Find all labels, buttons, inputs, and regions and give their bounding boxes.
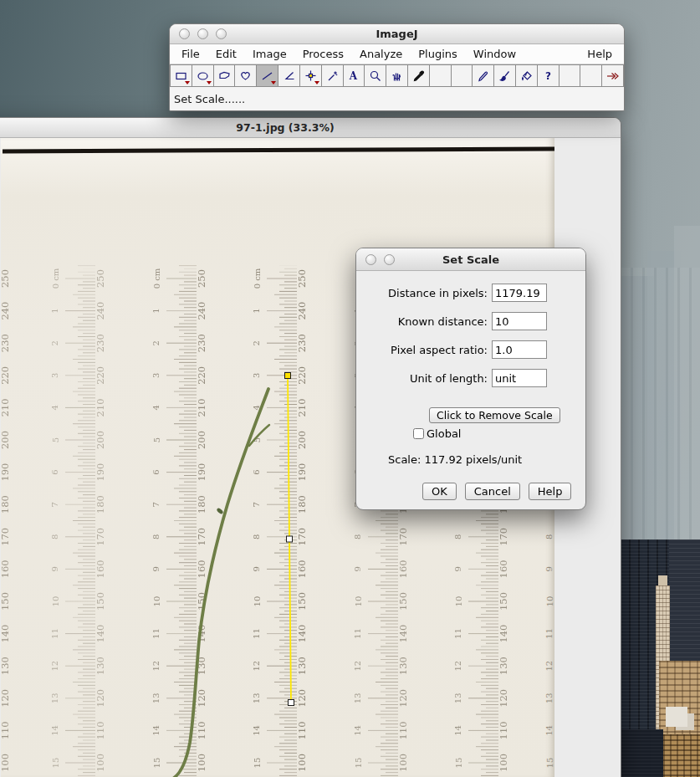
roi-handle-top[interactable] xyxy=(285,373,291,379)
menu-analyze[interactable]: Analyze xyxy=(360,48,402,60)
menubar: FileEditImageProcessAnalyzePluginsWindow… xyxy=(170,44,624,64)
ok-button[interactable]: OK xyxy=(422,483,457,500)
pixel-aspect-ratio-label: Pixel aspect ratio: xyxy=(391,344,488,356)
menu-file[interactable]: File xyxy=(181,48,200,60)
hand-tool[interactable] xyxy=(386,64,408,87)
desktop: 97-1.jpg (33.3%) 0 cm2501240223032204210… xyxy=(0,0,700,777)
status-text: Set Scale...... xyxy=(174,93,245,105)
imagej-titlebar[interactable]: ImageJ xyxy=(170,24,624,44)
window-controls xyxy=(170,24,227,43)
remove-scale-button[interactable]: Click to Remove Scale xyxy=(429,407,560,423)
brush-tool[interactable] xyxy=(494,64,516,87)
more-tools[interactable] xyxy=(602,64,624,87)
toolbar: A? xyxy=(170,64,624,87)
dialog-minimize-button[interactable] xyxy=(384,254,395,265)
plant-stem xyxy=(174,389,268,777)
blank xyxy=(580,64,602,87)
pixel-aspect-ratio-input[interactable] xyxy=(492,340,547,359)
pencil-tool[interactable] xyxy=(473,64,494,87)
unit-of-length-input[interactable] xyxy=(492,369,547,387)
wand-tool[interactable] xyxy=(322,64,344,87)
imagej-main-window: ImageJ FileEditImageProcessAnalyzePlugin… xyxy=(169,23,625,111)
image-window-title: 97-1.jpg (33.3%) xyxy=(0,121,621,134)
freehand-tool[interactable] xyxy=(235,64,257,87)
blank xyxy=(430,64,452,87)
menu-edit[interactable]: Edit xyxy=(216,48,237,60)
wallpaper-haze-streaks xyxy=(619,268,700,552)
distance-in-pixels-label: Distance in pixels: xyxy=(388,287,488,299)
image-window-titlebar[interactable]: 97-1.jpg (33.3%) xyxy=(0,118,621,138)
polygon-tool[interactable] xyxy=(214,64,236,87)
menu-window[interactable]: Window xyxy=(473,48,516,60)
roi-handle-bottom[interactable] xyxy=(289,700,294,706)
menu-image[interactable]: Image xyxy=(253,48,287,60)
dialog-fields: Distance in pixels:Known distance:Pixel … xyxy=(356,282,547,396)
plant-leaf-bud xyxy=(216,507,224,514)
wallpaper-dark-tower xyxy=(669,539,700,665)
svg-text:A: A xyxy=(349,70,358,82)
svg-text:?: ? xyxy=(545,70,551,82)
known-distance-label: Known distance: xyxy=(398,315,488,328)
oval-tool[interactable] xyxy=(192,64,214,87)
wallpaper-white-rooftop xyxy=(666,707,687,727)
point-tool[interactable] xyxy=(300,64,322,87)
zoom-window-button[interactable] xyxy=(216,28,227,39)
dialog-titlebar[interactable]: Set Scale xyxy=(356,248,585,271)
zoom-tool[interactable] xyxy=(365,64,386,87)
scale-result-text: Scale: 117.92 pixels/unit xyxy=(388,453,522,466)
global-checkbox[interactable] xyxy=(413,428,424,439)
angle-tool[interactable] xyxy=(278,64,300,87)
menu-help[interactable]: Help xyxy=(587,48,612,60)
flood-fill-tool[interactable] xyxy=(516,64,538,87)
wallpaper-bottom-tan-building xyxy=(663,734,700,777)
set-scale-dialog: Set Scale Distance in pixels:Known dista… xyxy=(355,248,586,510)
global-checkbox-label: Global xyxy=(427,427,461,440)
dialog-buttons: OKCancelHelp xyxy=(422,483,571,500)
text-tool[interactable]: A xyxy=(344,64,365,87)
known-distance-input[interactable] xyxy=(492,312,547,330)
roi-handle-middle[interactable] xyxy=(287,536,293,542)
menu-process[interactable]: Process xyxy=(303,48,344,60)
imagej-title: ImageJ xyxy=(170,28,624,40)
menu-plugins[interactable]: Plugins xyxy=(418,48,457,60)
minimize-window-button[interactable] xyxy=(197,28,208,39)
wallpaper-bottom-dark-building xyxy=(620,729,663,777)
help-button[interactable]: Help xyxy=(529,483,572,500)
cancel-button[interactable]: Cancel xyxy=(465,483,520,500)
blank xyxy=(559,64,581,87)
dialog-close-button[interactable] xyxy=(365,254,376,265)
line-tool[interactable] xyxy=(257,64,278,87)
help-tool[interactable]: ? xyxy=(538,64,559,87)
status-bar: Set Scale...... xyxy=(170,87,624,110)
color-picker-tool[interactable] xyxy=(408,64,430,87)
dialog-window-controls xyxy=(356,248,395,270)
close-window-button[interactable] xyxy=(179,28,190,39)
blank xyxy=(452,64,473,87)
global-checkbox-row: Global xyxy=(413,427,461,440)
unit-of-length-label: Unit of length: xyxy=(410,372,488,385)
distance-in-pixels-input[interactable] xyxy=(492,284,547,302)
rectangle-tool[interactable] xyxy=(170,64,192,87)
